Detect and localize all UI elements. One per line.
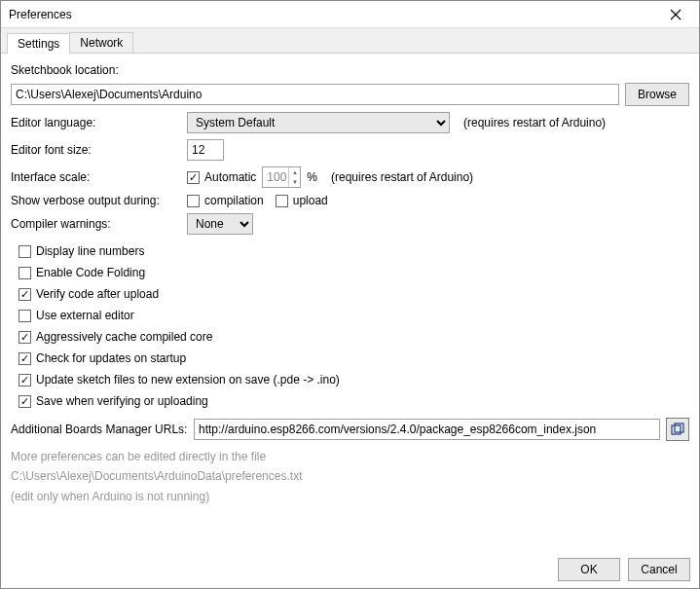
more-prefs-text: More preferences can be edited directly …: [11, 447, 689, 466]
percent-label: %: [307, 170, 317, 184]
option-label: Update sketch files to new extension on …: [36, 373, 340, 387]
option-label: Use external editor: [36, 309, 134, 322]
scale-spinner[interactable]: ▲▼: [262, 166, 301, 188]
settings-panel: Sketchbook location: Browse Editor langu…: [1, 54, 699, 506]
scale-hint: (requires restart of Arduino): [331, 170, 473, 184]
prefs-path-text: C:\Users\Alexej\Documents\ArduinoData\pr…: [11, 466, 689, 486]
option-label: Display line numbers: [36, 244, 144, 258]
tabs: Settings Network: [1, 28, 699, 54]
checkbox-icon: [18, 352, 31, 365]
enable-code-folding-checkbox[interactable]: Enable Code Folding: [18, 266, 145, 279]
sketchbook-path-input[interactable]: [11, 84, 619, 105]
verbose-label: Show verbose output during:: [11, 194, 181, 207]
compiler-warnings-select[interactable]: None: [187, 213, 253, 235]
save-on-verify-checkbox[interactable]: Save when verifying or uploading: [18, 394, 208, 408]
expand-urls-button[interactable]: [666, 418, 689, 441]
option-label: Check for updates on startup: [36, 351, 186, 365]
compiler-warnings-label: Compiler warnings:: [11, 217, 181, 231]
cache-core-checkbox[interactable]: Aggressively cache compiled core: [18, 330, 212, 344]
use-external-editor-checkbox[interactable]: Use external editor: [18, 309, 134, 322]
editor-language-select[interactable]: System Default: [187, 112, 450, 133]
ok-button[interactable]: OK: [558, 558, 620, 581]
chevron-up-icon: ▲: [289, 167, 300, 177]
cancel-button[interactable]: Cancel: [628, 558, 690, 581]
display-line-numbers-checkbox[interactable]: Display line numbers: [18, 244, 144, 258]
font-size-input[interactable]: [187, 139, 224, 161]
checkbox-icon: [18, 267, 31, 279]
editor-language-label: Editor language:: [11, 116, 181, 129]
option-label: Enable Code Folding: [36, 266, 145, 279]
tab-network[interactable]: Network: [69, 32, 133, 53]
browse-button[interactable]: Browse: [625, 83, 689, 106]
option-label: Verify code after upload: [36, 287, 159, 301]
chevron-down-icon: ▼: [289, 177, 300, 187]
close-button[interactable]: [658, 4, 693, 25]
checkbox-icon: [18, 245, 31, 258]
interface-scale-label: Interface scale:: [11, 170, 181, 184]
language-hint: (requires restart of Arduino): [463, 116, 606, 129]
close-icon: [670, 9, 682, 20]
automatic-checkbox[interactable]: Automatic: [187, 170, 256, 184]
dialog-buttons: OK Cancel: [558, 558, 690, 581]
window-title: Preferences: [9, 8, 72, 21]
checkbox-icon: [18, 288, 31, 301]
spinner-arrows[interactable]: ▲▼: [288, 167, 300, 187]
font-size-label: Editor font size:: [11, 143, 181, 157]
option-label: Save when verifying or uploading: [36, 394, 208, 408]
checkbox-icon: [187, 195, 200, 207]
boards-urls-label: Additional Boards Manager URLs:: [11, 423, 188, 436]
checkbox-icon: [187, 171, 200, 184]
checkbox-icon: [18, 374, 31, 387]
checkbox-icon: [276, 195, 288, 207]
checkbox-icon: [18, 395, 31, 408]
options-list: Display line numbers Enable Code Folding…: [18, 244, 689, 408]
upload-label: upload: [293, 194, 328, 207]
checkbox-icon: [18, 310, 31, 322]
window-icon: [671, 423, 684, 436]
edit-only-text: (edit only when Arduino is not running): [11, 487, 689, 506]
upload-checkbox[interactable]: upload: [276, 194, 328, 207]
boards-urls-input[interactable]: [194, 419, 660, 440]
footer-note: More preferences can be edited directly …: [11, 447, 689, 506]
verify-after-upload-checkbox[interactable]: Verify code after upload: [18, 287, 159, 301]
sketchbook-label: Sketchbook location:: [11, 63, 119, 77]
automatic-label: Automatic: [204, 170, 256, 184]
update-extension-checkbox[interactable]: Update sketch files to new extension on …: [18, 373, 340, 387]
compilation-label: compilation: [204, 194, 264, 207]
tab-settings[interactable]: Settings: [7, 33, 70, 54]
titlebar: Preferences: [1, 1, 699, 28]
compilation-checkbox[interactable]: compilation: [187, 194, 264, 207]
option-label: Aggressively cache compiled core: [36, 330, 212, 344]
check-updates-checkbox[interactable]: Check for updates on startup: [18, 351, 186, 365]
checkbox-icon: [18, 331, 31, 344]
